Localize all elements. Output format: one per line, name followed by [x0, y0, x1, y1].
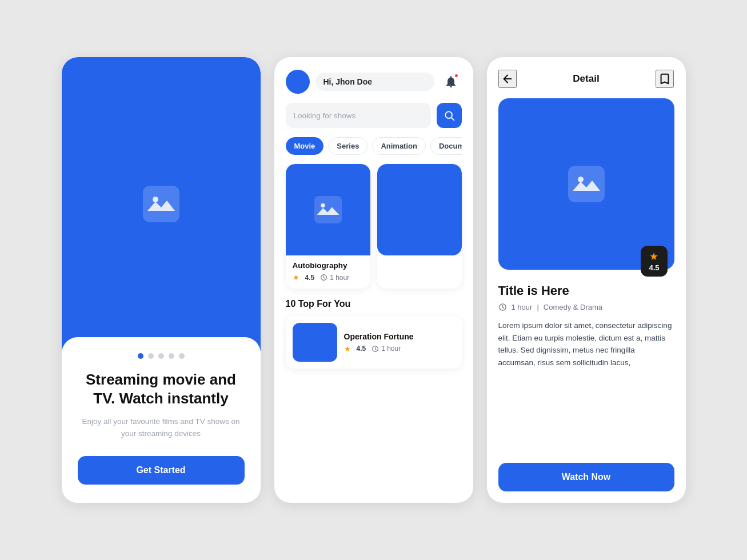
- detail-movie-title: Title is Here: [498, 283, 674, 298]
- featured-card-1[interactable]: Autobiography ★ 4.5 1 hour: [286, 164, 370, 289]
- category-series[interactable]: Series: [328, 137, 367, 155]
- category-animation[interactable]: Animation: [372, 137, 426, 155]
- screen-browse: Hi, Jhon Doe Looking for shows Movie S: [274, 57, 473, 503]
- detail-image-placeholder-icon: [568, 166, 605, 202]
- clock-icon-list-1: [371, 345, 379, 353]
- rating-badge: ★ 4.5: [641, 246, 667, 277]
- list-item-info-1: Operation Fortune ★ 4.5 1 hour: [344, 332, 455, 353]
- dot-2: [148, 353, 154, 359]
- bookmark-button[interactable]: [656, 70, 674, 88]
- category-filter: Movie Series Animation Docum: [286, 137, 462, 155]
- featured-card-info-1: Autobiography ★ 4.5 1 hour: [286, 255, 370, 289]
- screen-detail: Detail ★ 4.5 Title is Here: [487, 57, 686, 503]
- detail-separator: |: [537, 303, 538, 311]
- hero-image-area: [62, 57, 261, 351]
- badge-rating-value: 4.5: [649, 263, 659, 272]
- onboarding-subtitle: Enjoy all your favourite films and TV sh…: [78, 416, 245, 440]
- svg-rect-8: [568, 166, 605, 202]
- list-item-rating-1: 4.5: [357, 345, 366, 353]
- detail-page-title: Detail: [573, 73, 599, 85]
- featured-card-info-2: [377, 255, 462, 284]
- clock-icon-1: [320, 274, 327, 281]
- get-started-button[interactable]: Get Started: [78, 456, 245, 485]
- list-item-time-1: 1 hour: [371, 345, 401, 353]
- detail-header: Detail: [498, 70, 674, 88]
- svg-point-5: [321, 203, 325, 208]
- search-button[interactable]: [437, 103, 462, 128]
- search-placeholder: Looking for shows: [294, 111, 356, 120]
- detail-description: Lorem ipsum dolor sit amet, consectetur …: [498, 319, 674, 369]
- list-item-duration-1: 1 hour: [381, 345, 401, 353]
- search-icon: [444, 110, 455, 121]
- watch-now-button[interactable]: Watch Now: [498, 463, 674, 491]
- featured-image-placeholder-icon: [314, 196, 342, 223]
- svg-rect-0: [143, 186, 179, 222]
- detail-genre: Comedy & Drama: [544, 303, 602, 311]
- onboarding-content: Streaming movie and TV. Watch instantly …: [62, 337, 261, 503]
- detail-content: Title is Here 1 hour | Comedy & Drama Lo…: [498, 279, 674, 491]
- list-item-title-1: Operation Fortune: [344, 332, 455, 341]
- badge-star-icon: ★: [649, 250, 658, 263]
- dot-5: [179, 353, 185, 359]
- back-button[interactable]: [498, 70, 517, 88]
- svg-line-3: [451, 118, 454, 121]
- greeting-text: Hi, Jhon Doe: [315, 73, 434, 91]
- dot-3: [158, 353, 164, 359]
- featured-card-image-2: [377, 164, 462, 255]
- list-item-thumb-1: [293, 323, 337, 362]
- bookmark-icon: [658, 73, 671, 85]
- featured-card-2[interactable]: [377, 164, 462, 289]
- dot-1: [138, 353, 143, 359]
- list-item-meta-1: ★ 4.5 1 hour: [344, 345, 455, 353]
- notification-bell[interactable]: [440, 71, 462, 93]
- detail-duration: 1 hour: [512, 303, 533, 311]
- detail-hero-image: ★ 4.5: [498, 98, 674, 270]
- notification-dot: [454, 73, 459, 78]
- avatar: [286, 70, 310, 94]
- featured-card-duration-1: 1 hour: [330, 274, 349, 282]
- featured-card-meta-1: ★ 4.5 1 hour: [293, 273, 363, 282]
- search-input-wrap[interactable]: Looking for shows: [286, 103, 431, 128]
- category-movie[interactable]: Movie: [286, 137, 324, 155]
- list-item-1[interactable]: Operation Fortune ★ 4.5 1 hour: [286, 316, 462, 369]
- featured-card-image-1: [286, 164, 370, 255]
- svg-rect-4: [314, 196, 342, 223]
- screens-container: Streaming movie and TV. Watch instantly …: [39, 34, 709, 526]
- category-documentary[interactable]: Docum: [430, 137, 462, 155]
- back-arrow-icon: [501, 73, 514, 85]
- onboarding-title: Streaming movie and TV. Watch instantly: [78, 370, 245, 409]
- image-placeholder-icon: [143, 186, 179, 222]
- star-icon-1: ★: [293, 273, 299, 282]
- screen-onboarding: Streaming movie and TV. Watch instantly …: [62, 57, 261, 503]
- search-row: Looking for shows: [286, 103, 462, 128]
- browse-header: Hi, Jhon Doe: [286, 70, 462, 94]
- detail-meta: 1 hour | Comedy & Drama: [498, 303, 674, 311]
- featured-card-time-1: 1 hour: [320, 274, 349, 282]
- clock-icon-detail: [498, 303, 507, 311]
- featured-card-rating-1: 4.5: [305, 274, 315, 282]
- featured-card-title-1: Autobiography: [293, 261, 363, 270]
- star-icon-list-1: ★: [344, 345, 351, 353]
- featured-grid: Autobiography ★ 4.5 1 hour: [286, 164, 462, 289]
- top-for-you-title: 10 Top For You: [286, 299, 462, 309]
- dot-4: [169, 353, 174, 359]
- svg-point-9: [578, 177, 584, 182]
- pagination-dots: [78, 353, 245, 359]
- svg-point-1: [153, 197, 158, 202]
